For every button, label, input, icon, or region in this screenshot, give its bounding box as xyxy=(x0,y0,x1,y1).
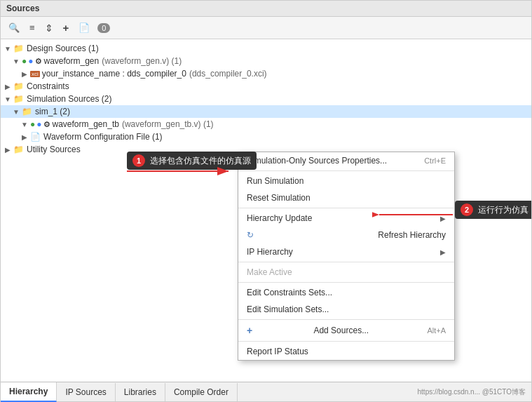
waveform-gen-sub: (waveform_gen.v) (1) xyxy=(102,56,182,66)
submenu-arrow-2: ▶ xyxy=(440,248,446,256)
sim-sources-label: Simulation Sources (2) xyxy=(27,94,111,104)
menu-shortcut-1: Ctrl+E xyxy=(424,156,446,165)
toolbar: 🔍 ≡ ⇕ + 📄 0 xyxy=(1,17,531,39)
main-content: ▼ 📁 Design Sources (1) ▼ ● ● ⚙ waveform_… xyxy=(1,39,531,382)
gear-icon: ⚙ xyxy=(35,57,42,66)
menu-make-active-label: Make Active xyxy=(247,267,292,277)
menu-sim-properties[interactable]: Simulation-Only Sources Properties... Ct… xyxy=(238,152,454,169)
instance-label: your_instance_name : dds_compiler_0 xyxy=(42,69,186,79)
footer-url: https://blog.csdn.n... @51CTO博客 xyxy=(412,387,531,397)
waveform-gen-tb-label: waveform_gen_tb xyxy=(53,119,119,129)
tooltip2-text: 运行行为仿真 xyxy=(478,205,528,215)
sources-panel: Sources 🔍 ≡ ⇕ + 📄 0 ▼ 📁 Design Sources (… xyxy=(0,0,532,402)
menu-edit-sim-sets[interactable]: Edit Simulation Sets... xyxy=(238,301,454,318)
panel-title: Sources xyxy=(1,1,531,17)
menu-refresh-label: Refresh Hierarchy xyxy=(378,230,446,240)
folder-sim1-icon: 📁 xyxy=(22,107,32,116)
file-count-badge: 0 xyxy=(97,23,110,33)
folder-utility-icon: 📁 xyxy=(13,145,24,154)
sim-sources-group[interactable]: ▼ 📁 Simulation Sources (2) xyxy=(1,93,531,105)
add-icon: + xyxy=(63,22,69,34)
folder-icon: 📁 xyxy=(13,43,24,53)
menu-shortcut-2: Alt+A xyxy=(427,326,446,335)
menu-edit-constraints-label: Edit Constraints Sets... xyxy=(247,288,332,297)
waveform-config-label: Waveform Configuration File (1) xyxy=(43,132,163,142)
menu-add-sources[interactable]: + Add Sources... Alt+A xyxy=(238,321,454,340)
menu-report-ip[interactable]: Report IP Status xyxy=(238,343,454,360)
context-menu: Simulation-Only Sources Properties... Ct… xyxy=(238,152,455,361)
menu-reset-simulation[interactable]: Reset Simulation xyxy=(238,189,454,206)
menu-ip-hierarchy-label: IP Hierarchy xyxy=(247,247,293,257)
bottom-tabs: Hierarchy IP Sources Libraries Compile O… xyxy=(1,382,531,401)
menu-report-ip-label: Report IP Status xyxy=(247,347,308,356)
waveform-gen-tb-item[interactable]: ▼ ● ● ⚙ waveform_gen_tb (waveform_gen_tb… xyxy=(1,118,531,130)
sim1-item[interactable]: ▼ 📁 sim_1 (2) xyxy=(1,105,531,118)
expand-constraints-icon: ▶ xyxy=(4,83,12,91)
sim1-label: sim_1 (2) xyxy=(35,107,70,116)
expand-design-icon: ▼ xyxy=(4,45,12,53)
menu-sep-1 xyxy=(238,170,454,171)
menu-hierarchy-update-label: Hierarchy Update xyxy=(247,213,312,223)
menu-sep-4 xyxy=(238,282,454,283)
search-icon: 🔍 xyxy=(8,22,20,33)
constraints-group[interactable]: ▶ 📁 Constraints xyxy=(1,80,531,93)
menu-sep-6 xyxy=(238,341,454,342)
instance-sub: (dds_compiler_0.xci) xyxy=(189,69,267,79)
waveform-gen-tb-sub: (waveform_gen_tb.v) (1) xyxy=(122,119,214,129)
sort-button[interactable]: ≡ xyxy=(26,20,39,35)
tab-compile-order[interactable]: Compile Order xyxy=(165,383,238,401)
folder-constraints-icon: 📁 xyxy=(13,81,24,91)
waveform-gen-item[interactable]: ▼ ● ● ⚙ waveform_gen (waveform_gen.v) (1… xyxy=(1,55,531,67)
menu-run-simulation[interactable]: Run Simulation xyxy=(238,173,454,189)
plus-icon: + xyxy=(247,325,252,336)
instance-item[interactable]: ▶ xci your_instance_name : dds_compiler_… xyxy=(1,67,531,80)
waveform-config-item[interactable]: ▶ 📄 Waveform Configuration File (1) xyxy=(1,130,531,143)
refresh-icon: ↻ xyxy=(247,230,254,240)
arrow-1 xyxy=(123,164,236,178)
doc-icon: 📄 xyxy=(30,132,41,142)
tab-libraries[interactable]: Libraries xyxy=(116,383,165,401)
search-button[interactable]: 🔍 xyxy=(5,20,23,35)
menu-edit-constraints[interactable]: Edit Constraints Sets... xyxy=(238,284,454,301)
menu-ip-hierarchy[interactable]: IP Hierarchy ▶ xyxy=(238,243,454,260)
tab-hierarchy[interactable]: Hierarchy xyxy=(1,382,57,402)
file-xci-icon: xci xyxy=(30,71,40,77)
expand-utility-icon: ▶ xyxy=(4,146,12,154)
expand-waveform-icon: ▼ xyxy=(12,58,20,65)
menu-refresh-hierarchy[interactable]: ↻ Refresh Hierarchy xyxy=(238,227,454,243)
file-icon: 📄 xyxy=(79,22,90,33)
expand-tb-icon: ▼ xyxy=(20,121,29,128)
green-dot2-icon: ● xyxy=(30,119,35,129)
filter-button[interactable]: ⇕ xyxy=(41,20,57,36)
menu-item-label: Simulation-Only Sources Properties... xyxy=(247,156,387,166)
expand-instance-icon: ▶ xyxy=(20,70,29,78)
expand-sim1-icon: ▼ xyxy=(12,108,20,116)
design-sources-group[interactable]: ▼ 📁 Design Sources (1) xyxy=(1,42,531,55)
menu-run-sim-label: Run Simulation xyxy=(247,176,303,186)
menu-sep-3 xyxy=(238,262,454,262)
menu-reset-sim-label: Reset Simulation xyxy=(247,193,311,203)
menu-edit-sim-sets-label: Edit Simulation Sets... xyxy=(247,304,329,314)
constraints-label: Constraints xyxy=(27,81,69,91)
folder-sim-icon: 📁 xyxy=(13,94,24,104)
step-badge-2: 2 xyxy=(461,203,473,216)
blue-dot-icon: ● xyxy=(28,56,33,66)
expand-wc-icon: ▶ xyxy=(20,133,29,141)
menu-add-sources-label: Add Sources... xyxy=(313,326,369,335)
expand-sim-icon: ▼ xyxy=(4,95,12,103)
gear2-icon: ⚙ xyxy=(43,120,50,129)
sort-icon: ≡ xyxy=(29,22,35,33)
tab-ip-sources[interactable]: IP Sources xyxy=(57,383,115,401)
file-button[interactable]: 📄 xyxy=(75,20,93,35)
waveform-gen-label: waveform_gen xyxy=(44,56,100,66)
menu-sep-5 xyxy=(238,319,454,320)
tooltip-callout-2: 2 运行行为仿真 xyxy=(455,201,531,219)
menu-make-active: Make Active xyxy=(238,264,454,281)
utility-sources-label: Utility Sources xyxy=(27,145,81,154)
arrow-2 xyxy=(372,208,456,222)
add-button[interactable]: + xyxy=(60,20,73,36)
filter-icon: ⇕ xyxy=(45,22,53,34)
green-dot-icon: ● xyxy=(22,56,27,66)
design-sources-label: Design Sources (1) xyxy=(27,43,99,53)
blue-dot2-icon: ● xyxy=(36,119,41,129)
